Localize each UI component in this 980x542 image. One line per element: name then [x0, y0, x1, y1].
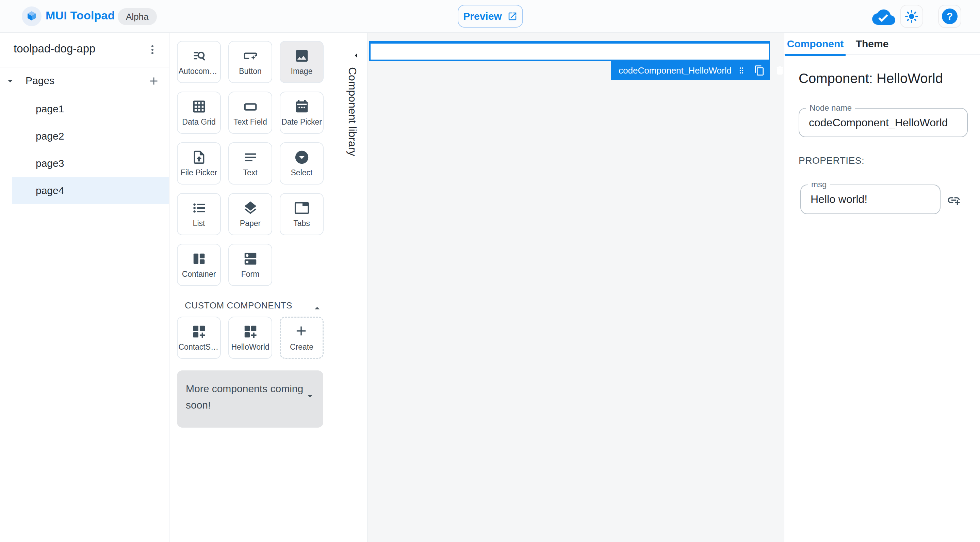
open-in-new-icon	[508, 11, 517, 21]
add-link-icon	[947, 193, 961, 207]
component-tile-file-picker[interactable]: File Picker	[177, 142, 221, 185]
component-tile-label: Paper	[240, 219, 261, 228]
component-tile-label: Image	[291, 67, 313, 76]
component-tile-image[interactable]: Image	[280, 41, 324, 83]
app-bar: MUI Toolpad Alpha Preview	[0, 0, 980, 33]
component-tile-label: File Picker	[181, 168, 217, 177]
selection-toolbar: codeComponent_HelloWorld	[611, 61, 770, 80]
tab-component[interactable]: Component	[784, 33, 846, 55]
editor-canvas[interactable]: codeComponent_HelloWorld	[368, 33, 784, 542]
container-icon	[191, 251, 207, 266]
component-tile-text[interactable]: Text	[228, 142, 272, 185]
more-vert-icon	[146, 43, 159, 56]
component-tile-button[interactable]: Button	[228, 41, 272, 83]
component-library-title: Component library	[347, 67, 359, 217]
image-icon	[294, 48, 310, 64]
page-item-label: page2	[36, 131, 64, 142]
custom-components-grid: ContactSta… HelloWorld Create	[177, 317, 324, 359]
preview-button[interactable]: Preview	[458, 5, 523, 27]
component-tile-select[interactable]: Select	[280, 142, 324, 185]
file-picker-icon	[191, 150, 207, 165]
add-page-button[interactable]	[146, 73, 161, 89]
more-components-accordion[interactable]: More components coming soon!	[177, 370, 323, 427]
page-item-label: page4	[36, 185, 64, 196]
duplicate-component-button[interactable]	[754, 65, 765, 76]
custom-components-header[interactable]: CUSTOM COMPONENTS	[185, 300, 292, 311]
toolpad-logo	[22, 6, 41, 26]
autocomplete-icon	[191, 48, 207, 64]
text-field-icon	[243, 99, 258, 115]
component-tile-autocomplete[interactable]: Autocomplete	[177, 41, 221, 83]
sidebar-item-page1[interactable]: page1	[12, 95, 169, 123]
more-components-text: More components coming soon!	[186, 381, 308, 413]
custom-components-collapse-icon[interactable]	[311, 302, 323, 314]
component-tile-list[interactable]: List	[177, 193, 221, 235]
project-menu-button[interactable]	[144, 41, 161, 58]
component-tile-tabs[interactable]: Tabs	[280, 193, 324, 235]
custom-component-icon	[191, 324, 207, 340]
plus-icon	[148, 75, 160, 87]
create-component-tile[interactable]: Create	[280, 317, 324, 359]
tab-theme[interactable]: Theme	[846, 33, 898, 55]
component-tile-container[interactable]: Container	[177, 244, 221, 286]
selection-node-name: codeComponent_HelloWorld	[619, 65, 732, 76]
component-library-panel: Autocomplete Button Image Data Grid Text	[169, 33, 368, 542]
component-tiles-grid: Autocomplete Button Image Data Grid Text	[177, 41, 324, 286]
paper-icon	[243, 200, 258, 216]
page-item-label: page1	[36, 103, 64, 115]
component-tile-label: Text	[243, 168, 257, 177]
app-title: MUI Toolpad	[46, 9, 115, 22]
deploy-status-cloud-icon	[872, 8, 895, 25]
selected-component-outline[interactable]	[369, 41, 770, 61]
component-tile-label: Button	[239, 67, 262, 76]
properties-heading: PROPERTIES:	[799, 155, 864, 166]
drag-indicator-icon	[737, 66, 746, 75]
select-icon	[294, 150, 310, 165]
page-item-label: page3	[36, 158, 64, 169]
help-button[interactable]	[938, 5, 961, 28]
pages-tree-label[interactable]: Pages	[25, 75, 54, 86]
explorer-sidebar: toolpad-dog-app Pages page1 page2 page3 …	[0, 33, 169, 542]
smart-button-icon	[243, 48, 258, 64]
component-tile-label: Date Picker	[282, 118, 322, 127]
data-grid-icon	[191, 99, 207, 115]
node-name-field[interactable]: Node name codeComponent_HelloWorld	[799, 108, 968, 137]
component-inspector-title: Component: HelloWorld	[799, 71, 943, 86]
sidebar-item-page2[interactable]: page2	[12, 123, 169, 150]
component-tile-date-picker[interactable]: Date Picker	[280, 92, 324, 134]
tabs-icon	[294, 200, 310, 216]
preview-button-label: Preview	[463, 11, 501, 22]
light-mode-icon	[905, 10, 918, 23]
component-tile-label: Create	[290, 343, 313, 352]
msg-property-field[interactable]: msg Hello world!	[800, 185, 940, 214]
component-tile-label: Form	[241, 269, 259, 279]
drag-handle[interactable]	[737, 66, 746, 75]
component-tile-label: HelloWorld	[231, 343, 269, 352]
sidebar-item-page3[interactable]: page3	[12, 150, 169, 177]
component-tile-label: Data Grid	[182, 118, 215, 127]
library-collapse-arrow-icon[interactable]	[351, 50, 361, 61]
pages-collapse-caret-icon[interactable]	[5, 76, 16, 86]
plus-icon	[294, 324, 310, 340]
bind-property-button[interactable]	[946, 192, 962, 208]
component-tile-data-grid[interactable]: Data Grid	[177, 92, 221, 134]
project-name: toolpad-dog-app	[14, 42, 95, 55]
copy-icon	[754, 65, 765, 76]
text-icon	[243, 150, 258, 165]
component-tile-form[interactable]: Form	[228, 244, 272, 286]
custom-component-icon	[243, 324, 258, 340]
theme-toggle-button[interactable]	[900, 5, 923, 28]
component-tile-text-field[interactable]: Text Field	[228, 92, 272, 134]
chevron-down-icon	[304, 390, 316, 402]
sidebar-item-page4[interactable]: page4	[12, 177, 169, 204]
inspector-tabs: Component Theme	[784, 33, 980, 55]
form-icon	[243, 251, 258, 266]
pages-header: Pages	[0, 73, 169, 89]
toolpad-logo-icon	[25, 10, 38, 22]
component-tile-helloworld[interactable]: HelloWorld	[228, 317, 272, 359]
component-tile-label: Text Field	[234, 118, 267, 127]
node-name-value[interactable]: codeComponent_HelloWorld	[809, 108, 962, 137]
msg-property-value[interactable]: Hello world!	[811, 185, 934, 214]
component-tile-contactstatus[interactable]: ContactSta…	[177, 317, 221, 359]
component-tile-paper[interactable]: Paper	[228, 193, 272, 235]
